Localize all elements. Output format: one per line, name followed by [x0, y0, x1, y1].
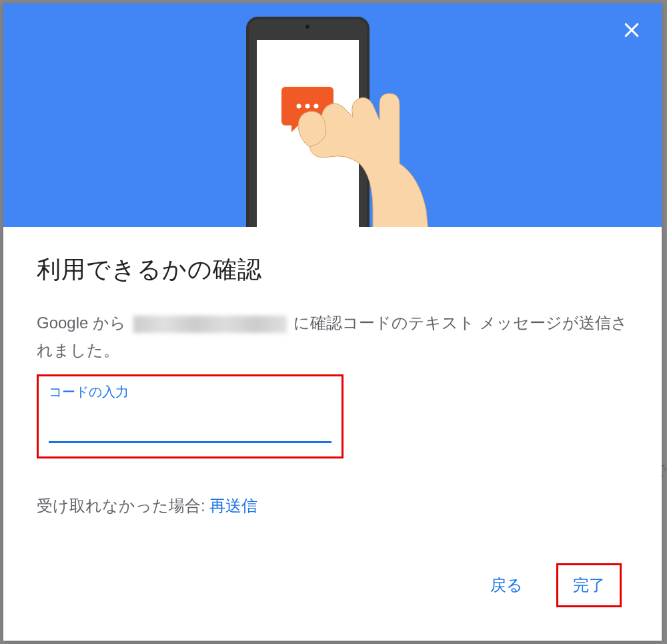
description-prefix: Google から — [37, 314, 131, 332]
redacted-phone-number — [133, 316, 287, 333]
hand-illustration — [286, 77, 473, 227]
dialog-title: 利用できるかの確認 — [37, 254, 628, 286]
close-icon — [622, 20, 642, 40]
dialog-content: 利用できるかの確認 Google から に確認コードのテキスト メッセージが送信… — [3, 227, 662, 641]
code-input[interactable] — [49, 406, 331, 443]
hero-banner — [3, 3, 662, 227]
resend-link[interactable]: 再送信 — [209, 497, 257, 515]
code-input-label: コードの入力 — [49, 383, 331, 401]
resend-line: 受け取れなかった場合: 再送信 — [37, 495, 628, 517]
phone-speaker-dot — [305, 25, 309, 29]
close-button[interactable] — [618, 17, 645, 43]
back-button[interactable]: 戻る — [477, 567, 536, 604]
resend-prefix: 受け取れなかった場合: — [37, 497, 209, 515]
verification-dialog: 利用できるかの確認 Google から に確認コードのテキスト メッセージが送信… — [3, 3, 662, 641]
code-input-section: コードの入力 — [37, 374, 344, 458]
done-button[interactable]: 完了 — [560, 567, 618, 604]
done-button-highlight: 完了 — [556, 563, 622, 607]
dialog-actions: 戻る 完了 — [37, 563, 628, 607]
phone-illustration — [199, 17, 466, 227]
dialog-description: Google から に確認コードのテキスト メッセージが送信されました。 — [37, 310, 628, 364]
